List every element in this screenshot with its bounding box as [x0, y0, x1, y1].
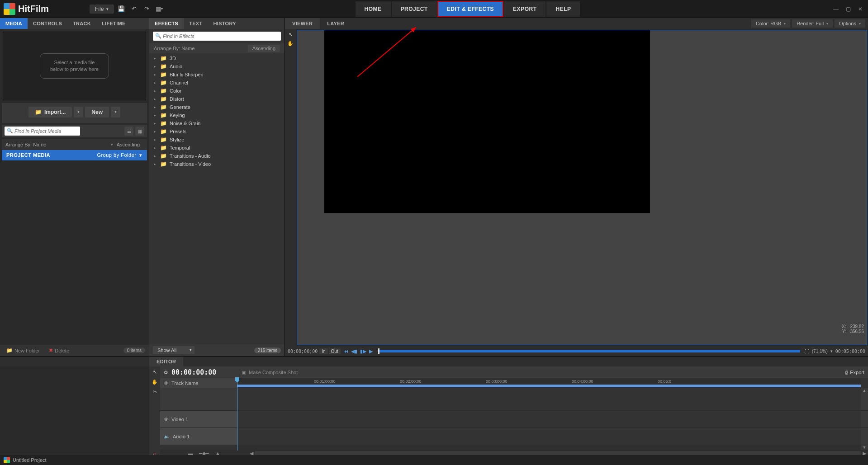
- expand-icon: ▸: [154, 72, 157, 77]
- tab-lifetime[interactable]: LIFETIME: [96, 18, 131, 29]
- play-icon[interactable]: ▶: [368, 348, 374, 354]
- save-icon[interactable]: 💾: [116, 4, 127, 14]
- group-by-dropdown[interactable]: Group by Folder ▾: [97, 152, 142, 158]
- file-menu-button[interactable]: File▾: [90, 5, 114, 14]
- tab-editor[interactable]: EDITOR: [149, 357, 183, 366]
- scroll-up-icon[interactable]: ▲: [861, 388, 868, 393]
- effects-category[interactable]: ▸📁Generate: [149, 103, 285, 111]
- render-mode-dropdown[interactable]: Render: Full: [792, 19, 833, 28]
- new-dropdown[interactable]: ▾: [111, 107, 120, 117]
- tab-controls[interactable]: CONTROLS: [28, 18, 67, 29]
- tab-effects[interactable]: EFFECTS: [149, 18, 184, 29]
- file-menu-group: File▾ 💾 ↶ ↷ ▦▾: [90, 4, 165, 14]
- media-item-count: 0 items: [123, 348, 145, 353]
- out-point-button[interactable]: Out: [329, 348, 341, 354]
- effects-category[interactable]: ▸📁Channel: [149, 79, 285, 87]
- redo-icon[interactable]: ↷: [141, 4, 152, 14]
- grid-view-icon[interactable]: ▦: [135, 127, 144, 136]
- category-label: Audio: [170, 64, 182, 69]
- timeline-settings-icon[interactable]: ✿: [164, 370, 168, 376]
- empty-track-area[interactable]: [237, 388, 861, 410]
- effects-category[interactable]: ▸📁Presets: [149, 127, 285, 136]
- effects-sort-ascending[interactable]: Ascending: [248, 45, 280, 52]
- viewer-scrubber[interactable]: [378, 350, 800, 352]
- nav-home[interactable]: HOME: [356, 1, 391, 17]
- tab-media[interactable]: MEDIA: [0, 18, 28, 29]
- folder-icon: 📁: [160, 80, 167, 86]
- effects-category[interactable]: ▸📁Noise & Grain: [149, 119, 285, 127]
- audio-track-lane[interactable]: [237, 428, 861, 445]
- folder-icon: 📁: [160, 63, 167, 70]
- effects-category[interactable]: ▸📁Transitions - Video: [149, 160, 285, 168]
- sort-ascending[interactable]: Ascending: [113, 141, 143, 148]
- effects-search-input[interactable]: [153, 32, 281, 41]
- video-visibility-icon[interactable]: 👁: [164, 417, 169, 422]
- timeline-slice-icon[interactable]: ✂: [151, 388, 158, 395]
- effects-category[interactable]: ▸📁Stylize: [149, 136, 285, 144]
- make-composite-button[interactable]: ▣ Make Composite Shot: [237, 370, 841, 376]
- select-tool-icon[interactable]: ↖: [287, 31, 294, 38]
- status-logo-icon: [4, 457, 10, 463]
- media-list-empty: [2, 160, 147, 345]
- step-forward-icon[interactable]: ▮▶: [359, 348, 367, 354]
- scroll-down-icon[interactable]: ▼: [861, 445, 868, 450]
- folder-icon: 📁: [160, 112, 167, 118]
- show-all-dropdown[interactable]: Show All: [153, 346, 194, 354]
- new-folder-button[interactable]: 📁New Folder: [4, 347, 43, 354]
- playhead[interactable]: [237, 378, 237, 451]
- folder-icon: 📁: [160, 145, 167, 151]
- video-track-lane[interactable]: [237, 411, 861, 427]
- minimize-icon[interactable]: —: [831, 5, 840, 13]
- track-visibility-icon[interactable]: 👁: [164, 380, 169, 386]
- layout-icon[interactable]: ▦▾: [154, 4, 165, 14]
- nav-project[interactable]: PROJECT: [392, 1, 437, 17]
- import-dropdown[interactable]: ▾: [74, 107, 83, 117]
- tab-layer[interactable]: LAYER: [320, 18, 351, 29]
- step-back-icon[interactable]: ◀▮: [350, 348, 358, 354]
- nav-export[interactable]: EXPORT: [504, 1, 545, 17]
- goto-start-icon[interactable]: ⏮: [342, 348, 349, 354]
- delete-button[interactable]: ✖Delete: [46, 347, 72, 354]
- tab-viewer[interactable]: VIEWER: [285, 18, 320, 29]
- media-search-input[interactable]: [5, 127, 80, 136]
- timeline-hand-icon[interactable]: ✋: [151, 378, 158, 385]
- effects-category[interactable]: ▸📁Transitions - Audio: [149, 152, 285, 160]
- audio-mute-icon[interactable]: 🔈: [164, 433, 170, 439]
- zoom-fit-icon[interactable]: ⛶: [805, 349, 809, 354]
- folder-icon: 📁: [160, 71, 167, 78]
- tab-track[interactable]: TRACK: [67, 18, 96, 29]
- effects-category[interactable]: ▸📁3D: [149, 54, 285, 62]
- effects-arrange-label[interactable]: Arrange By: Name: [154, 46, 194, 51]
- color-mode-dropdown[interactable]: Color: RGB: [751, 19, 790, 28]
- undo-icon[interactable]: ↶: [128, 4, 139, 14]
- nav-edit-effects[interactable]: EDIT & EFFECTS: [438, 1, 503, 17]
- effects-category[interactable]: ▸📁Color: [149, 87, 285, 95]
- arrange-label[interactable]: Arrange By: Name: [5, 142, 111, 147]
- viewer-canvas-area[interactable]: X: -239.82 Y: -356.56: [297, 30, 867, 345]
- options-dropdown[interactable]: Options: [835, 19, 865, 28]
- hand-tool-icon[interactable]: ✋: [287, 40, 294, 47]
- status-bar: Untitled Project: [0, 455, 868, 465]
- timeline-timecode: 00:00:00:00: [171, 368, 216, 376]
- project-media-header[interactable]: PROJECT MEDIA Group by Folder ▾: [2, 150, 147, 160]
- new-button[interactable]: New: [85, 107, 109, 117]
- effects-category[interactable]: ▸📁Keying: [149, 111, 285, 119]
- timeline-select-icon[interactable]: ↖: [151, 368, 158, 376]
- effects-category[interactable]: ▸📁Audio: [149, 62, 285, 70]
- effects-category[interactable]: ▸📁Distort: [149, 95, 285, 103]
- import-button[interactable]: 📁Import...: [28, 107, 72, 117]
- tab-history[interactable]: HISTORY: [208, 18, 242, 29]
- maximize-icon[interactable]: ▢: [844, 5, 853, 13]
- timeline-ruler[interactable]: 00;01;00;0000;02;00;0000;03;00;0000;04;0…: [237, 378, 861, 388]
- nav-help[interactable]: HELP: [546, 1, 580, 17]
- zoom-level: (71.1%): [812, 349, 828, 354]
- preview-placeholder: Select a media file below to preview her…: [40, 53, 109, 79]
- tab-text[interactable]: TEXT: [184, 18, 208, 29]
- timeline-export-button[interactable]: ⎙ Export: [841, 370, 868, 375]
- effects-category[interactable]: ▸📁Temporal: [149, 144, 285, 152]
- close-icon[interactable]: ✕: [856, 5, 864, 13]
- in-point-button[interactable]: In: [319, 348, 327, 354]
- ruler-tick: 00;01;00;00: [314, 379, 336, 384]
- effects-category[interactable]: ▸📁Blur & Sharpen: [149, 70, 285, 79]
- list-view-icon[interactable]: ☰: [124, 127, 133, 136]
